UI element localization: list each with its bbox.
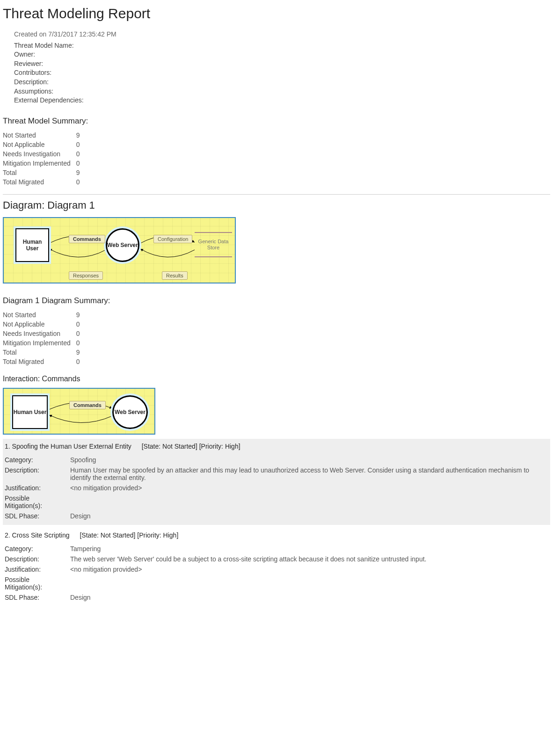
- meta-ext-dep: External Dependencies:: [14, 96, 550, 105]
- meta-model-name: Threat Model Name:: [14, 41, 550, 51]
- flow-commands-label: Commands: [69, 235, 105, 243]
- node-human-user: Human User: [12, 395, 48, 429]
- interaction-diagram: Human User Web Server Commands: [3, 388, 155, 435]
- created-on: Created on 7/31/2017 12:35:42 PM: [14, 30, 550, 39]
- table-row: Not Started9: [3, 131, 83, 140]
- flow-results-label: Results: [162, 271, 188, 280]
- flow-configuration-label: Configuration: [153, 235, 192, 243]
- diagram-summary-table: Not Started9 Not Applicable0 Needs Inves…: [3, 310, 83, 366]
- meta-reviewer: Reviewer:: [14, 59, 550, 69]
- meta-assumptions: Assumptions:: [14, 87, 550, 96]
- threat-title: 2. Cross Site Scripting [State: Not Star…: [5, 531, 548, 539]
- meta-contributors: Contributors:: [14, 68, 550, 78]
- diagram-heading: Diagram: Diagram 1: [3, 199, 550, 211]
- report-meta: Created on 7/31/2017 12:35:42 PM Threat …: [14, 30, 550, 105]
- table-row: Not Started9: [3, 310, 83, 320]
- divider: [3, 194, 550, 195]
- threat-2: 2. Cross Site Scripting [State: Not Star…: [3, 528, 550, 606]
- threat-detail-table: Category:Spoofing Description:Human User…: [5, 455, 548, 521]
- diagram-summary-heading: Diagram 1 Diagram Summary:: [3, 296, 550, 305]
- table-row: Not Applicable0: [3, 320, 83, 329]
- table-row: Total9: [3, 168, 83, 177]
- node-human-user: Human User: [15, 228, 49, 262]
- table-row: Mitigation Implemented0: [3, 159, 83, 168]
- summary-heading: Threat Model Summary:: [3, 116, 550, 126]
- flow-responses-label: Responses: [69, 271, 103, 280]
- table-row: Total Migrated0: [3, 357, 83, 366]
- node-web-server: Web Server: [106, 228, 139, 262]
- page-title: Threat Modeling Report: [3, 6, 550, 22]
- summary-table: Not Started9 Not Applicable0 Needs Inves…: [3, 131, 83, 187]
- interaction-heading: Interaction: Commands: [3, 375, 550, 383]
- meta-description: Description:: [14, 78, 550, 87]
- node-data-store: Generic Data Store: [195, 232, 232, 257]
- table-row: Mitigation Implemented0: [3, 338, 83, 348]
- node-web-server: Web Server: [112, 395, 148, 429]
- table-row: Total9: [3, 348, 83, 357]
- threat-detail-table: Category:Tampering Description:The web s…: [5, 544, 548, 603]
- table-row: Total Migrated0: [3, 177, 83, 187]
- table-row: Not Applicable0: [3, 140, 83, 149]
- diagram-1: Human User Web Server Generic Data Store…: [3, 217, 236, 284]
- threat-1: 1. Spoofing the Human User External Enti…: [3, 439, 550, 525]
- table-row: Needs Investigation0: [3, 329, 83, 338]
- meta-owner: Owner:: [14, 50, 550, 59]
- flow-commands-label: Commands: [69, 401, 106, 409]
- table-row: Needs Investigation0: [3, 149, 83, 159]
- threat-title: 1. Spoofing the Human User External Enti…: [5, 443, 548, 450]
